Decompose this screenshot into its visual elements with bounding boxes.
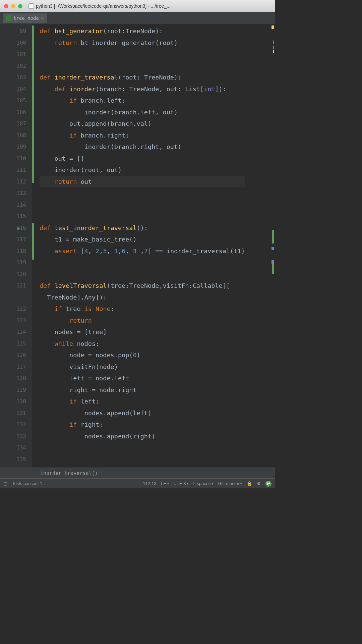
line-number[interactable]: 121 (0, 280, 26, 292)
line-number[interactable]: 126 (0, 350, 26, 361)
code-line[interactable]: TreeNode],Any]): (40, 292, 245, 304)
minimize-window-button[interactable] (11, 4, 15, 8)
maximize-window-button[interactable] (18, 4, 22, 8)
code-area[interactable]: def bst_generator(root:TreeNode): return… (32, 24, 245, 468)
code-line[interactable] (40, 257, 245, 269)
line-number[interactable]: 127 (0, 361, 26, 373)
line-number[interactable]: 129 (0, 384, 26, 396)
code-line[interactable]: def test_inorder_traversal(): (40, 222, 245, 234)
code-line[interactable]: if left: (40, 396, 245, 408)
line-number[interactable]: 120 (0, 269, 26, 280)
line-number[interactable]: 131 (0, 408, 26, 419)
notification-badge[interactable]: 9+ (265, 481, 272, 487)
close-window-button[interactable] (4, 4, 8, 8)
line-number[interactable]: 122 (0, 303, 26, 315)
code-line[interactable] (40, 211, 245, 222)
line-number[interactable]: 119 (0, 257, 26, 269)
code-line[interactable]: if branch.right: (40, 130, 245, 142)
code-line[interactable]: if tree is None: (40, 303, 245, 315)
lock-icon[interactable]: 🔒 (247, 481, 252, 486)
code-line[interactable] (40, 49, 245, 60)
tab-close-icon[interactable]: × (41, 15, 44, 21)
line-number[interactable]: 105 (0, 95, 26, 107)
line-number[interactable]: 117 (0, 234, 26, 246)
code-line[interactable] (40, 442, 245, 454)
line-number[interactable]: 116▶ (0, 222, 26, 234)
git-branch[interactable]: Git: master ▾ (218, 481, 242, 486)
line-number[interactable] (0, 292, 26, 304)
code-line[interactable]: def bst_generator(root:TreeNode): (40, 25, 245, 37)
code-line[interactable]: def levelTraversal(tree:TreeNode,visitFn… (40, 280, 245, 292)
code-line[interactable]: return bt_inorder_generator(root) (40, 37, 245, 49)
code-line[interactable] (40, 187, 245, 199)
line-number[interactable]: 128 (0, 373, 26, 384)
code-line[interactable]: if branch.left: (40, 95, 245, 107)
code-line[interactable]: while nodes: (40, 338, 245, 350)
line-number[interactable]: 100 (0, 37, 26, 49)
line-number[interactable]: 134 (0, 442, 26, 454)
code-line[interactable]: def inorder(branch: TreeNode, out: List[… (40, 84, 245, 95)
line-number[interactable]: 135 (0, 454, 26, 466)
cursor-position[interactable]: 112:13 (143, 481, 157, 486)
line-number[interactable]: 124 (0, 326, 26, 338)
line-number[interactable]: 113 (0, 187, 26, 199)
minimap-change-marker[interactable] (272, 264, 274, 274)
code-line[interactable] (40, 199, 245, 211)
line-number[interactable]: 125 (0, 338, 26, 350)
line-number[interactable]: 114 (0, 199, 26, 211)
code-line[interactable]: return out (40, 176, 245, 188)
line-number[interactable]: 107 (0, 118, 26, 130)
line-number-gutter[interactable]: 9910010110210310410510610710810911011111… (0, 24, 32, 468)
encoding-selector[interactable]: UTF-8 ▾ (174, 481, 189, 486)
gear-icon[interactable]: ⚙ (257, 481, 261, 486)
line-number[interactable]: 110 (0, 153, 26, 165)
code-line[interactable]: out.append(branch.val) (40, 118, 245, 130)
code-line[interactable]: right = node.right (40, 384, 245, 396)
line-number[interactable]: 115 (0, 211, 26, 222)
code-line[interactable] (40, 269, 245, 280)
minimap-info-marker[interactable] (273, 41, 274, 44)
minimap-marker[interactable] (272, 260, 274, 264)
line-number[interactable]: 109 (0, 141, 26, 153)
code-line[interactable]: node = nodes.pop(0) (40, 350, 245, 361)
line-number[interactable]: 106 (0, 107, 26, 118)
code-line[interactable]: assert [4, 2,5, 1,6, 3 ,7] == inorder_tr… (40, 246, 245, 257)
code-line[interactable]: out = [] (40, 153, 245, 165)
tab-tree-node[interactable]: tree_node × (3, 13, 47, 23)
project-panel-icon[interactable]: ▢ (3, 481, 7, 486)
code-editor[interactable]: 9910010110210310410510610710810911011111… (0, 24, 275, 468)
tests-status[interactable]: Tests passed: 1.. (12, 481, 45, 486)
code-line[interactable]: inorder(branch.left, out) (40, 107, 245, 118)
code-line[interactable]: nodes.append(right) (40, 431, 245, 442)
code-line[interactable]: return (40, 315, 245, 327)
line-number[interactable]: 102 (0, 60, 26, 72)
breadcrumb-function[interactable]: inorder_traversal() (40, 470, 98, 476)
line-number[interactable]: 112 (0, 176, 26, 188)
line-number[interactable]: 111 (0, 164, 26, 176)
line-number[interactable]: 101 (0, 49, 26, 60)
line-number[interactable]: 99 (0, 25, 26, 37)
code-line[interactable] (40, 60, 245, 72)
minimap-warning-marker[interactable] (273, 50, 274, 53)
minimap-info-marker[interactable] (273, 46, 274, 49)
code-line[interactable]: nodes.append(left) (40, 408, 245, 419)
code-line[interactable]: inorder(root, out) (40, 164, 245, 176)
code-line[interactable] (40, 454, 245, 466)
code-line[interactable]: def inorder_traversal(root: TreeNode): (40, 72, 245, 84)
line-number[interactable]: 118 (0, 246, 26, 257)
minimap-warning-marker[interactable] (272, 25, 274, 29)
run-test-icon[interactable]: ▶ (17, 222, 20, 234)
breadcrumb-bar[interactable]: inorder_traversal() (0, 468, 275, 478)
minimap-info-marker[interactable] (272, 247, 274, 250)
code-line[interactable]: nodes = [tree] (40, 326, 245, 338)
code-line[interactable]: if right: (40, 419, 245, 431)
code-line[interactable]: left = node.left (40, 373, 245, 384)
minimap[interactable] (272, 25, 274, 445)
code-line[interactable]: visitFn(node) (40, 361, 245, 373)
code-line[interactable]: t1 = make_basic_tree() (40, 234, 245, 246)
line-number[interactable]: 104 (0, 84, 26, 95)
line-number[interactable]: 132 (0, 419, 26, 431)
line-number[interactable]: 103 (0, 72, 26, 84)
indent-selector[interactable]: 2 spaces ▾ (193, 481, 213, 486)
line-number[interactable]: 130 (0, 396, 26, 408)
